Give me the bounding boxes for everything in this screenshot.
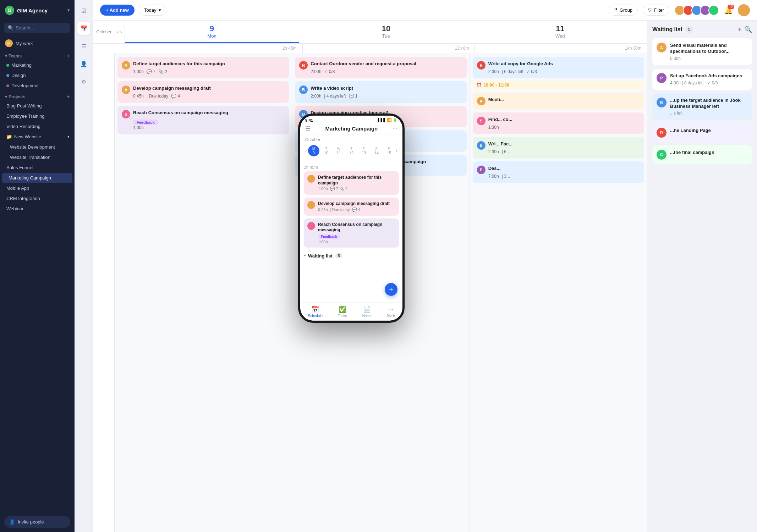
task-card-contact-outdoor[interactable]: R Contact Ourdoor vendor and request a p… — [295, 57, 466, 78]
task-card-develop-messaging[interactable]: A Develop campaign messaging draft 0:45h… — [117, 81, 289, 103]
task-card-write-ad-copy[interactable]: R Write ad copy for Google Ads 2:30h | 6… — [473, 57, 644, 78]
task-card-reach-consensus[interactable]: S Reach Consensus on campaign messaging … — [117, 106, 289, 134]
sidebar-item-crm-integration[interactable]: CRM Integration — [0, 193, 75, 204]
waiting-search-button[interactable]: 🔍 — [744, 26, 752, 33]
projects-chevron: ▾ — [5, 94, 7, 99]
group-button[interactable]: ⠿ Group — [609, 5, 638, 16]
phone-month-label: October — [305, 137, 397, 142]
sidebar-item-website-development[interactable]: Website Development — [0, 142, 75, 152]
phone-day-9[interactable]: M 9 — [308, 145, 319, 156]
waiting-card-send-visual[interactable]: A Send visual materials and specificatio… — [652, 38, 752, 65]
sidebar-search-box[interactable]: 🔍 Search... — [4, 23, 70, 33]
sidebar-item-label: Website Development — [10, 144, 55, 150]
phone-footer-tasks[interactable]: ✅ Tasks — [335, 305, 350, 318]
cal-col-header-tue[interactable]: 10 Tue — [299, 21, 473, 43]
sidebar-item-marketing-campaign[interactable]: Marketing Campaign — [2, 173, 72, 183]
phone-waiting-list-header: ▾ Waiting list 5 — [304, 250, 399, 261]
phone-task-time: 1:00h — [318, 240, 328, 244]
phone-day-12[interactable]: T 12 — [346, 144, 357, 157]
task-check: ✓ 0/3 — [526, 69, 537, 74]
tool-calendar-icon[interactable]: 📅 — [77, 22, 90, 35]
sidebar-item-sales-funnel[interactable]: Sales Funnel — [0, 162, 75, 173]
waiting-add-button[interactable]: + — [737, 26, 741, 33]
user-avatar[interactable] — [738, 4, 750, 16]
phone-day-letter: S — [375, 147, 378, 151]
add-new-button[interactable]: + Add new — [100, 5, 135, 16]
chevron-down-icon: ▾ — [67, 134, 70, 139]
tool-check-icon[interactable]: ☑ — [77, 4, 90, 17]
sidebar-item-blog-post-writing[interactable]: Blog Post Writing — [0, 101, 75, 111]
cal-col-header-wed[interactable]: 11 Wed — [473, 21, 647, 43]
sidebar-item-label: Marketing — [11, 62, 32, 68]
signal-bars-icon: ▌▌▌ — [378, 118, 386, 122]
phone-more-icon[interactable]: ··· — [393, 126, 397, 132]
phone-day-13[interactable]: F 13 — [358, 144, 369, 157]
filter-button[interactable]: ▽ Filter — [643, 5, 669, 16]
phone-day-15[interactable]: S 15 — [383, 144, 395, 157]
search-placeholder: Search... — [16, 25, 34, 31]
phone-app-header: ☰ Marketing Campaign ··· — [300, 122, 402, 134]
phone-next-button[interactable]: › — [396, 148, 397, 154]
phone-task-meta: 0:45h | Due today 💬 4 — [318, 207, 390, 212]
waiting-count-badge: 5 — [685, 26, 693, 33]
teams-add-icon[interactable]: + — [67, 54, 70, 59]
tool-person-icon[interactable]: 👤 — [77, 57, 90, 70]
sidebar-logo[interactable]: G GIM Agency ▾ — [0, 0, 75, 21]
waiting-card-facebook-ads[interactable]: P Set up Facebook Ads campaigns 4:00h | … — [652, 69, 752, 90]
task-title: Contact Ourdoor vendor and request a pro… — [311, 61, 462, 67]
phone-footer-notes[interactable]: 📄 Notes — [360, 305, 374, 318]
notification-badge: 12 — [728, 5, 734, 9]
phone-day-14[interactable]: S 14 — [371, 144, 382, 157]
task-card-des[interactable]: P Des... 7:00h | 3... — [473, 161, 644, 183]
phone-task-develop-draft[interactable]: Develop campaign messaging draft 0:45h |… — [304, 198, 399, 216]
waiting-card-final-campaign[interactable]: G ...the final campaign — [652, 145, 752, 164]
phone-footer: 📅 Schedule ✅ Tasks 📄 Notes ··· More — [300, 302, 402, 321]
phone-prev-button[interactable]: ‹ — [305, 148, 307, 154]
waiting-card-target-audience[interactable]: B ...up the target audience in Jook Busi… — [652, 93, 752, 120]
phone-fab-button[interactable]: + — [385, 283, 397, 296]
tool-settings-icon[interactable]: ⚙ — [77, 75, 90, 88]
today-button[interactable]: Today ▾ — [139, 5, 166, 16]
phone-task-time: 0:45h — [318, 207, 328, 212]
sidebar-item-website-translation[interactable]: Website Translation — [0, 152, 75, 162]
sidebar-item-label: Development — [11, 83, 39, 88]
waiting-card-avatar: G — [657, 150, 667, 160]
my-work-item[interactable]: M My work — [0, 37, 75, 50]
waiting-card-title: ...he Landing Page — [670, 128, 711, 134]
waiting-card-meta: 0:30h — [670, 56, 748, 61]
invite-people-button[interactable]: 👤 Invite people — [4, 516, 70, 528]
phone-day-11[interactable]: W 11 — [333, 144, 345, 157]
task-card-define-target[interactable]: A Define target audiences for this campa… — [117, 57, 289, 78]
sidebar-item-new-website[interactable]: 📁 New Website ▾ — [0, 132, 75, 142]
waiting-card-row: P Set up Facebook Ads campaigns 4:00h | … — [657, 73, 748, 85]
sidebar-item-label: Blog Post Writing — [6, 103, 42, 109]
phone-task-reach-consensus[interactable]: Reach Consensus on campaign messaging Fe… — [304, 218, 399, 248]
phone-footer-schedule[interactable]: 📅 Schedule — [305, 305, 325, 318]
cal-prev-button[interactable]: ‹ — [117, 29, 119, 35]
task-card-meeting[interactable]: A Meeti... — [473, 93, 644, 110]
waiting-card-landing-page[interactable]: R ...he Landing Page — [652, 123, 752, 142]
sidebar-item-video-recording[interactable]: Video Recording — [0, 121, 75, 132]
sidebar-item-marketing[interactable]: Marketing — [0, 60, 75, 70]
task-card-find-co[interactable]: S Find... co... 1:30h — [473, 112, 644, 134]
phone-task-title: Define target audiences for this campaig… — [318, 175, 395, 186]
projects-add-icon[interactable]: + — [67, 94, 70, 99]
phone-day-10[interactable]: T 10 — [320, 144, 332, 157]
task-meta: 2:30h | 6... — [488, 149, 640, 154]
waiting-card-title: Send visual materials and specifications… — [670, 43, 748, 55]
phone-task-define-target[interactable]: Define target audiences for this campaig… — [304, 171, 399, 195]
task-card-write-fac[interactable]: B Wri... Fac... 2:30h | 6... — [473, 137, 644, 159]
sidebar-item-mobile-app[interactable]: Mobile App — [0, 183, 75, 193]
cal-next-button[interactable]: › — [120, 29, 122, 35]
phone-menu-icon[interactable]: ☰ — [305, 125, 310, 132]
app-name: GIM Agency — [17, 7, 48, 13]
sidebar-item-webinar[interactable]: Webinar — [0, 204, 75, 214]
notification-button[interactable]: 🔔 12 — [724, 6, 733, 15]
task-card-video-script[interactable]: B Write a video script 2:00h | 4 days le… — [295, 81, 466, 103]
phone-footer-more[interactable]: ··· More — [384, 305, 398, 318]
tool-list-icon[interactable]: ☰ — [77, 40, 90, 52]
sidebar-item-development[interactable]: Development — [0, 81, 75, 91]
sidebar-item-employee-training[interactable]: Employee Training — [0, 111, 75, 121]
cal-col-header-mon[interactable]: 9 Mon — [125, 21, 299, 43]
sidebar-item-design[interactable]: Design — [0, 70, 75, 81]
